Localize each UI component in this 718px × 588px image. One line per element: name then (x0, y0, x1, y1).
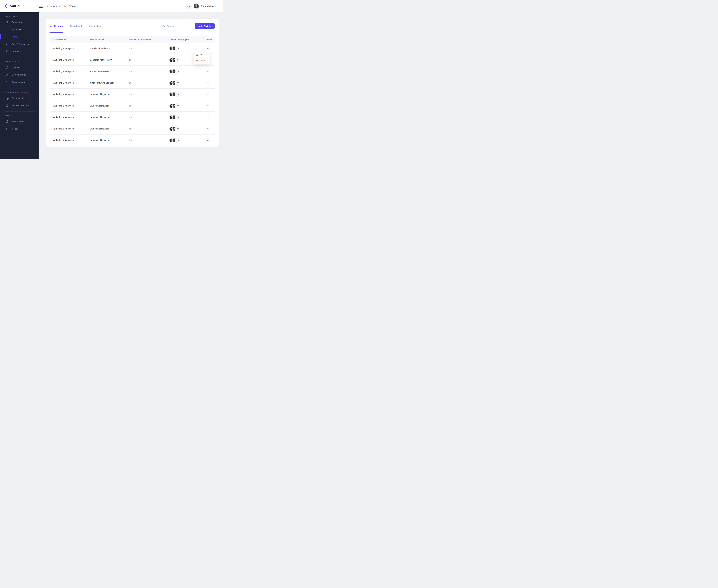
gear-icon (6, 97, 9, 100)
cell-division-leader: James Collingwood (90, 116, 129, 119)
cell-action (206, 139, 212, 142)
sidebar-item-subscription[interactable]: Subscription (0, 118, 39, 125)
cell-action (206, 92, 212, 96)
grid-dots-icon (6, 50, 9, 53)
sidebar-item-hrms[interactable]: HRMS (0, 33, 39, 40)
context-menu-item-label: Edit (200, 54, 204, 56)
search-box (161, 23, 193, 29)
tab-division[interactable]: Division (49, 23, 63, 29)
sidebar-item-appraisement[interactable]: Appraisement (0, 78, 39, 86)
table-row: Marketing & AnalyticsShane Dawyne Johnso… (49, 77, 215, 89)
active-tab-underline (49, 32, 63, 33)
cell-number-of-departments: 05 (129, 105, 169, 107)
sidebar-item-label: Ticket (12, 128, 18, 130)
user-avatar[interactable] (193, 4, 199, 9)
add-division-button[interactable]: + Add Division (195, 23, 215, 29)
notifications-button[interactable] (185, 3, 192, 9)
cell-division-name: Marketing & Analytics (53, 105, 90, 107)
table-row: Marketing & AnalyticsJames Collingwood05… (49, 134, 215, 146)
cell-number-of-departments: 05 (129, 93, 169, 96)
employee-avatar (169, 69, 173, 74)
cell-division-leader: James Collingwood (90, 127, 129, 130)
sidebar-item-role-permission[interactable]: Role & Permission (0, 40, 39, 48)
employee-avatar (169, 58, 173, 62)
dollar-circle-icon (6, 120, 9, 123)
cell-number-of-employee: +20 (169, 138, 206, 143)
row-actions-button[interactable] (206, 92, 210, 96)
tab-bullet-icon (87, 25, 87, 26)
sidebar-item-smart-settings[interactable]: Smart Settings (0, 94, 39, 102)
row-actions-button[interactable] (206, 115, 210, 119)
division-table: Division NameDivision LeaderNumber of De… (49, 36, 215, 146)
sidebar-item-label: Smart Settings (12, 97, 26, 100)
user-name: James Milner (201, 5, 215, 7)
employee-count-badge: +20 (175, 115, 180, 120)
table-row: Marketing & AnalyticsJames Collingwood05… (49, 100, 215, 111)
breadcrumb[interactable]: Dashboard / HRMS / Divis... (46, 5, 78, 8)
table-row: Marketing & AnalyticsKumar Sangakkara05+… (49, 66, 215, 77)
tab-department[interactable]: Department (68, 23, 82, 29)
sidebar: MAIN PAGESDashboardEmployeesHRMSRole & P… (0, 12, 39, 159)
sidebar-item-kpi-session-type[interactable]: KPI Session Type (0, 102, 39, 109)
hrms-tag-icon (6, 35, 9, 38)
employee-avatar (169, 138, 173, 143)
sidebar-item-label: ZAIKPI (12, 50, 19, 53)
cell-number-of-departments: 05 (129, 139, 169, 142)
top-header: ZaiKPI Dashboard / HRMS / Divis... James… (0, 0, 223, 12)
table-row: Marketing & AnalyticsVergil Dok Anderson… (49, 43, 215, 54)
column-header: Action (206, 38, 212, 41)
table-row: Marketing & AnalyticsJonathan Mark Finto… (49, 54, 215, 66)
cell-number-of-employee: +20 (169, 103, 206, 108)
employee-count-badge: +20 (175, 92, 180, 97)
sidebar-item-my-kpis[interactable]: My KPIs (0, 64, 39, 71)
row-actions-button[interactable] (206, 127, 210, 130)
cell-division-name: Marketing & Analytics (53, 127, 90, 130)
cell-number-of-departments: 05 (129, 127, 169, 130)
cell-division-name: Marketing & Analytics (53, 47, 90, 50)
tab-designation[interactable]: Designation (87, 23, 101, 29)
bell-icon (187, 5, 190, 8)
sidebar-item-zaikpi[interactable]: ZAIKPI (0, 48, 39, 55)
sidebar-item-label: KPI Session Type (12, 104, 29, 107)
cell-number-of-employee: +20 (169, 92, 206, 97)
sidebar-item-dashboard[interactable]: Dashboard (0, 18, 39, 26)
home-icon (6, 21, 9, 24)
sidebar-item-label: Employees (12, 28, 23, 31)
sidebar-item-goal-approval[interactable]: Goal Approval (0, 71, 39, 78)
cell-number-of-employee: +20 (169, 126, 206, 131)
cell-action (206, 104, 212, 107)
row-actions-button[interactable] (206, 46, 210, 50)
context-menu-item-edit[interactable]: Edit (194, 52, 209, 58)
search-input[interactable] (167, 25, 191, 27)
sidebar-divider (5, 57, 35, 58)
cell-division-leader: Vergil Dok Anderson (90, 47, 129, 50)
row-actions-button[interactable] (206, 81, 210, 85)
sidebar-section-label: MY MOVEMENT (0, 58, 39, 64)
row-actions-button[interactable] (206, 104, 210, 107)
employee-avatar (169, 46, 173, 50)
sidebar-item-label: Role & Permission (12, 43, 30, 45)
card-head: DivisionDepartmentDesignation + Add Divi… (45, 19, 219, 33)
cell-number-of-employee: +20 (169, 46, 206, 51)
tabs-divider (49, 33, 215, 33)
row-actions-button[interactable] (206, 139, 210, 142)
cell-number-of-departments: 05 (129, 82, 169, 84)
employee-avatar (169, 104, 173, 108)
sidebar-item-label: My KPIs (12, 66, 20, 69)
sidebar-item-label: HRMS (12, 36, 18, 38)
sidebar-item-employees[interactable]: Employees (0, 26, 39, 33)
row-actions-button[interactable] (206, 69, 210, 73)
cell-division-leader: James Collingwood (90, 105, 129, 107)
employee-count-badge: +20 (175, 103, 180, 108)
breadcrumb-path[interactable]: Dashboard / HRMS / (46, 5, 70, 7)
cell-action (206, 115, 212, 119)
tabs: DivisionDepartmentDesignation (49, 23, 101, 29)
sidebar-item-ticket[interactable]: Ticket (0, 125, 39, 132)
hamburger-menu-icon[interactable] (39, 5, 43, 7)
employee-count-badge: +20 (175, 80, 180, 85)
column-header: Division Name (53, 38, 90, 41)
person-icon (6, 66, 9, 69)
context-menu-item-delete[interactable]: Delete (194, 58, 209, 63)
logo[interactable]: ZaiKPI (0, 4, 39, 8)
chevron-down-icon[interactable] (217, 5, 219, 7)
